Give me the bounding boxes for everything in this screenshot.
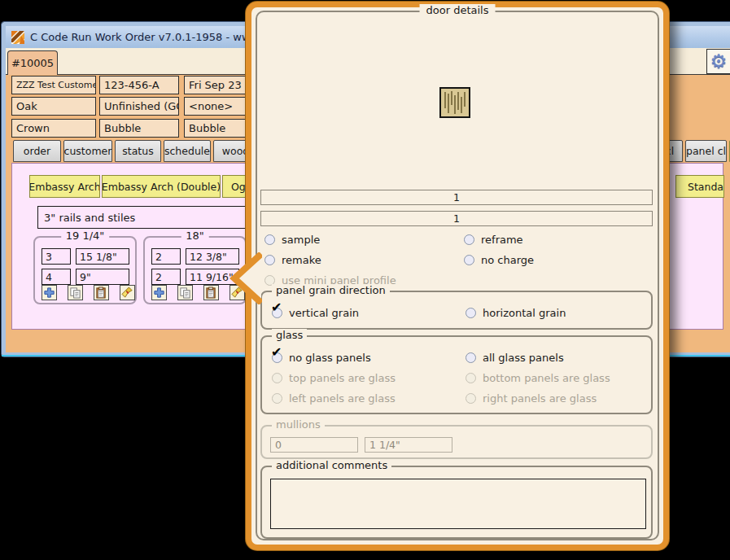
style-tab-standard-a-label: Standard A: [688, 181, 724, 193]
qty-field-a1[interactable]: 3: [42, 248, 71, 265]
doors-count-field[interactable]: 1: [260, 190, 653, 205]
radio-reframe[interactable]: reframe: [464, 234, 523, 246]
radio-horizontal-grain[interactable]: horizontal grain: [466, 307, 566, 319]
customer-field[interactable]: ZZZ Test Customer: [11, 76, 96, 94]
radio-circle: [464, 255, 474, 265]
rails-and-stiles-value: 3" rails and stiles: [44, 212, 135, 224]
glass-group: glass ✔no glass panels all glass panels …: [260, 335, 653, 414]
radio-circle: [464, 234, 474, 245]
radio-sample-label: sample: [282, 234, 320, 246]
style-tab-embassy-arch-double[interactable]: Embassy Arch (Double): [102, 175, 221, 198]
tab-customer[interactable]: customer: [63, 140, 112, 162]
none-value: <none>: [189, 100, 233, 112]
crown-value: Crown: [16, 122, 50, 134]
finish-field[interactable]: Unfinished (GC): [99, 97, 179, 116]
po-value: 123-456-A: [104, 79, 160, 91]
qty-value-a2: 4: [46, 271, 52, 283]
radio-right-panels-glass-label: right panels are glass: [483, 392, 597, 405]
radio-all-glass-panels-label: all glass panels: [483, 352, 564, 364]
mullion-count-field: 0: [270, 437, 358, 453]
radio-no-glass-panels-label: no glass panels: [289, 352, 371, 364]
settings-button[interactable]: ⚙: [706, 49, 730, 74]
paste-button[interactable]: [94, 285, 109, 300]
radio-remake-label: remake: [282, 254, 321, 266]
style-tab-embassy-arch[interactable]: Embassy Arch: [29, 175, 100, 198]
radio-horizontal-grain-label: horizontal grain: [483, 307, 566, 319]
bubble-field-1[interactable]: Bubble: [99, 119, 179, 138]
check-icon: ✔: [271, 301, 282, 314]
tab-status-label: status: [122, 145, 153, 157]
radio-circle: [466, 373, 476, 383]
size-field-a1[interactable]: 15 1/8": [76, 248, 129, 265]
qty-field-b1[interactable]: 2: [151, 248, 181, 265]
panel-grain-direction-legend: panel grain direction: [272, 284, 390, 296]
panels-count-field[interactable]: 1: [260, 211, 653, 226]
radio-remake[interactable]: remake: [264, 254, 321, 266]
radio-circle: [272, 393, 282, 404]
wood-grain-icon[interactable]: [439, 87, 470, 118]
mullion-spacing-field: 1 1/4": [365, 437, 452, 453]
glass-legend: glass: [272, 329, 307, 341]
radio-circle: [466, 393, 476, 404]
add-icon: [153, 287, 165, 299]
finish-value: Unfinished (GC): [104, 100, 179, 112]
radio-reframe-label: reframe: [481, 234, 523, 246]
radio-vertical-grain-label: vertical grain: [289, 307, 359, 319]
radio-left-panels-glass-label: left panels are glass: [289, 392, 396, 405]
paste-button[interactable]: [203, 285, 219, 300]
size-value-b1: 12 3/8": [190, 251, 227, 263]
copy-button[interactable]: [68, 285, 83, 300]
style-tab-standard-a[interactable]: Standard A: [675, 175, 724, 198]
qty-value-a1: 3: [46, 251, 52, 263]
paste-icon: [95, 287, 107, 299]
add-button[interactable]: [42, 285, 57, 300]
radio-vertical-grain[interactable]: ✔vertical grain: [272, 307, 359, 319]
copy-icon: [179, 287, 191, 299]
tab-schedule[interactable]: schedule: [164, 140, 211, 162]
qty-field-b2[interactable]: 2: [151, 269, 181, 285]
copy-button[interactable]: [177, 285, 193, 300]
po-field[interactable]: 123-456-A: [99, 76, 179, 94]
check-icon: ✔: [271, 346, 282, 359]
tab-schedule-label: schedule: [164, 145, 210, 157]
mullions-group: mullions 0 1 1/4": [260, 425, 653, 459]
radio-circle: [466, 352, 476, 363]
doors-count-value: 1: [453, 191, 460, 203]
wood-field[interactable]: Oak: [11, 97, 96, 116]
qty-value-b1: 2: [155, 251, 162, 263]
brush-icon: [121, 287, 133, 299]
tab-order-10005[interactable]: #10005: [7, 50, 58, 75]
gear-icon: ⚙: [710, 52, 728, 71]
radio-top-panels-glass-label: top panels are glass: [289, 372, 396, 384]
style-tab-embassy-arch-label: Embassy Arch: [29, 181, 100, 193]
radio-circle: [466, 308, 476, 318]
paste-icon: [205, 287, 217, 299]
radio-no-glass-panels[interactable]: ✔no glass panels: [272, 352, 371, 364]
radio-sample[interactable]: sample: [264, 234, 320, 246]
date-value: Fri Sep 23: [189, 79, 242, 91]
radio-all-glass-panels[interactable]: all glass panels: [466, 352, 564, 364]
radio-left-panels-glass: left panels are glass: [272, 392, 396, 405]
tab-panel-cl[interactable]: panel cl: [685, 140, 727, 162]
radio-top-panels-glass: top panels are glass: [272, 372, 396, 384]
tab-status[interactable]: status: [115, 140, 161, 162]
wood-value: Oak: [16, 100, 37, 112]
crown-field[interactable]: Crown: [11, 119, 96, 138]
add-icon: [43, 287, 55, 299]
radio-bottom-panels-glass: bottom panels are glass: [466, 372, 610, 384]
additional-comments-legend: additional comments: [272, 459, 391, 471]
size-field-a2[interactable]: 9": [76, 269, 129, 285]
tab-order[interactable]: order: [13, 140, 61, 162]
mullion-count-value: 0: [275, 439, 282, 451]
additional-comments-group: additional comments: [260, 466, 653, 539]
clear-brush-button[interactable]: [120, 285, 135, 300]
qty-field-a2[interactable]: 4: [42, 269, 71, 285]
size-group-19-1-4: 19 1/4" 3 15 1/8" 4 9": [33, 236, 137, 304]
radio-no-charge-label: no charge: [481, 254, 534, 266]
radio-no-charge[interactable]: no charge: [464, 254, 534, 266]
add-button[interactable]: [151, 285, 167, 300]
additional-comments-input[interactable]: [270, 479, 646, 529]
bubble-value-1: Bubble: [104, 122, 141, 134]
callout-arrow: [229, 252, 262, 304]
mullion-spacing-value: 1 1/4": [369, 439, 400, 451]
